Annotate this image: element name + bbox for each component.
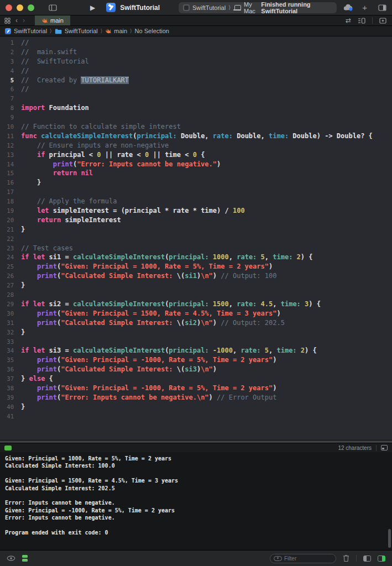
console-line: Given: Principal = 1000, Rate = 5%, Time… <box>5 455 387 462</box>
code-text: } <box>21 225 392 234</box>
close-window-button[interactable] <box>6 4 12 11</box>
project-title: SwiftTutorial <box>120 4 160 12</box>
app-icon <box>106 3 116 12</box>
activity-status[interactable]: Finished running SwiftTutorial <box>261 1 332 14</box>
add-editor-icon[interactable] <box>379 18 386 24</box>
forward-button[interactable]: › <box>23 17 25 24</box>
code-line[interactable]: 16 } <box>0 178 392 187</box>
eye-quicklook-icon[interactable] <box>7 555 15 561</box>
code-line[interactable]: 37} else { <box>0 374 392 384</box>
laptop-icon <box>233 5 241 11</box>
console-filter-input[interactable]: ▼ Filter <box>270 554 336 563</box>
code-review-icon[interactable]: ⇄ <box>346 17 351 24</box>
hide-variables-view-icon[interactable] <box>363 555 371 562</box>
code-line[interactable]: 9 <box>0 113 392 122</box>
code-text <box>21 290 392 300</box>
code-line[interactable]: 12 // Ensure inputs are non-negative <box>0 141 392 150</box>
debug-run-indicator-icon[interactable] <box>4 446 12 450</box>
code-line[interactable]: 35 print("Given: Principal = -1000, Rate… <box>0 355 392 365</box>
console-scrollbar[interactable] <box>388 529 391 548</box>
cloud-status-icon[interactable] <box>343 4 353 11</box>
project-icon <box>5 28 11 34</box>
code-line[interactable]: 40} <box>0 402 392 412</box>
code-line[interactable]: 23// Test cases <box>0 244 392 253</box>
code-line[interactable]: 41 <box>0 412 392 421</box>
code-line[interactable]: 2// main.swift <box>0 48 392 57</box>
code-line[interactable]: 18 // Apply the formula <box>0 197 392 206</box>
console-output[interactable]: Given: Principal = 1000, Rate = 5%, Time… <box>0 452 392 550</box>
code-line[interactable]: 21} <box>0 225 392 234</box>
navigator-sidebar-toggle-icon[interactable] <box>49 4 57 11</box>
code-text: print("Error: Inputs cannot be negative.… <box>21 393 392 402</box>
line-number: 24 <box>0 253 21 262</box>
code-line[interactable]: 25 print("Given: Principal = 1000, Rate … <box>0 262 392 271</box>
code-text: let simpleInterest = (principal * rate *… <box>21 206 392 216</box>
code-line[interactable]: 1// <box>0 38 392 48</box>
code-line[interactable]: 15 return nil <box>0 169 392 178</box>
code-line[interactable]: 3// SwiftTutorial <box>0 57 392 66</box>
breadcrumb-group[interactable]: SwiftTutorial <box>65 28 98 34</box>
line-number: 12 <box>0 141 21 150</box>
run-destination[interactable]: My Mac <box>244 1 261 14</box>
code-line[interactable]: 14 print("Error: Inputs cannot be negati… <box>0 160 392 169</box>
tab-main[interactable]: main <box>35 15 70 25</box>
add-button[interactable]: + <box>362 3 367 12</box>
adjust-editor-options-icon[interactable] <box>358 18 365 24</box>
code-line[interactable]: 36 print("Calculated Simple Interest: \(… <box>0 365 392 374</box>
tab-bar: ‹ › main ⇄ <box>0 15 392 26</box>
code-line[interactable]: 33 <box>0 337 392 347</box>
code-line[interactable]: 22 <box>0 234 392 244</box>
code-line[interactable]: 10// Function to calculate simple intere… <box>0 122 392 132</box>
breadcrumb-project[interactable]: SwiftTutorial <box>14 28 47 34</box>
scheme-selector[interactable]: SwiftTutorial ⟩ My Mac Finished running … <box>179 2 337 13</box>
zoom-window-button[interactable] <box>28 4 34 11</box>
source-editor[interactable]: 1//2// main.swift3// SwiftTutorial4//5//… <box>0 36 392 440</box>
code-text: print("Calculated Simple Interest: \(si2… <box>21 318 392 328</box>
code-line[interactable]: 39 print("Error: Inputs cannot be negati… <box>0 393 392 402</box>
code-line[interactable]: 34if let si3 = calculateSimpleInterest(p… <box>0 346 392 355</box>
show-console-icon[interactable] <box>378 555 385 562</box>
code-text: if let si2 = calculateSimpleInterest(pri… <box>21 300 392 309</box>
minimize-window-button[interactable] <box>17 4 23 11</box>
breadcrumb-selection[interactable]: No Selection <box>135 28 169 34</box>
code-line[interactable]: 27} <box>0 281 392 290</box>
line-number: 33 <box>0 337 21 347</box>
back-button[interactable]: ‹ <box>15 17 18 24</box>
code-line[interactable]: 8import Foundation <box>0 103 392 113</box>
inspector-sidebar-toggle-icon[interactable] <box>378 4 386 11</box>
folder-icon <box>55 28 62 34</box>
code-line[interactable]: 5// Created by TUTORIALKART <box>0 76 392 85</box>
line-number: 31 <box>0 318 21 328</box>
line-number: 7 <box>0 94 21 103</box>
breadcrumb-file[interactable]: main <box>114 28 127 34</box>
code-line[interactable]: 17 <box>0 187 392 197</box>
line-number: 16 <box>0 178 21 187</box>
code-text <box>21 234 392 244</box>
console-view-icon[interactable] <box>381 445 388 450</box>
code-line[interactable]: 32} <box>0 328 392 337</box>
code-line[interactable]: 29if let si2 = calculateSimpleInterest(p… <box>0 300 392 309</box>
code-line[interactable]: 24if let si1 = calculateSimpleInterest(p… <box>0 253 392 262</box>
line-number: 18 <box>0 197 21 206</box>
code-line[interactable]: 13 if principal < 0 || rate < 0 || time … <box>0 150 392 160</box>
trash-clear-console-icon[interactable] <box>343 554 349 562</box>
console-line: Calculated Simple Interest: 202.5 <box>5 485 387 492</box>
code-text: if let si1 = calculateSimpleInterest(pri… <box>21 253 392 262</box>
run-button[interactable]: ▶ <box>90 4 95 12</box>
code-line[interactable]: 20 return simpleInterest <box>0 216 392 225</box>
code-line[interactable]: 31 print("Calculated Simple Interest: \(… <box>0 318 392 328</box>
jump-bar: SwiftTutorial ⟩ SwiftTutorial ⟩ main ⟩ N… <box>0 26 392 36</box>
scheme-name[interactable]: SwiftTutorial <box>192 4 226 11</box>
code-line[interactable]: 30 print("Given: Principal = 1500, Rate … <box>0 309 392 318</box>
breakpoints-activate-icon[interactable] <box>22 555 28 562</box>
code-line[interactable]: 6// <box>0 85 392 94</box>
code-line[interactable]: 4// <box>0 66 392 76</box>
code-line[interactable]: 26 print("Calculated Simple Interest: \(… <box>0 271 392 281</box>
code-line[interactable]: 19 let simpleInterest = (principal * rat… <box>0 206 392 216</box>
code-line[interactable]: 7 <box>0 94 392 103</box>
code-line[interactable]: 38 print("Given: Principal = -1000, Rate… <box>0 384 392 393</box>
code-line[interactable]: 11func calculateSimpleInterest(principal… <box>0 132 392 141</box>
related-items-icon[interactable] <box>4 18 11 24</box>
code-line[interactable]: 28 <box>0 290 392 300</box>
code-text <box>21 113 392 122</box>
